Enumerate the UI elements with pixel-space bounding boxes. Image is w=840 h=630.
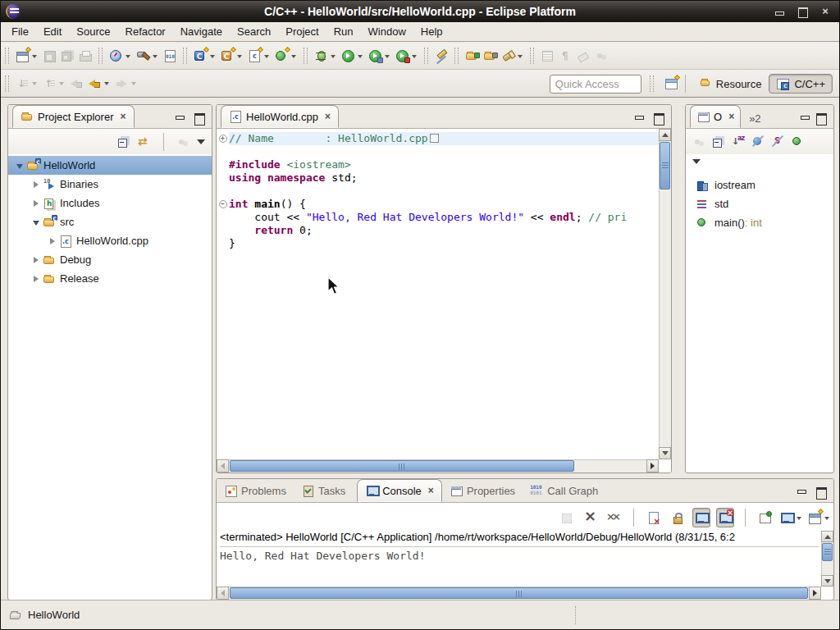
menu-item-search[interactable]: Search bbox=[230, 23, 278, 40]
sort-icon[interactable] bbox=[732, 135, 745, 148]
menu-item-file[interactable]: File bbox=[4, 23, 36, 40]
close-icon[interactable]: × bbox=[728, 111, 734, 122]
remove-launch-button[interactable] bbox=[581, 508, 599, 527]
code-line-2[interactable] bbox=[229, 145, 659, 158]
hide-non-public-icon[interactable] bbox=[791, 135, 804, 148]
new-make-target-button[interactable] bbox=[272, 45, 299, 66]
view-menu-icon[interactable] bbox=[692, 159, 701, 168]
scroll-down-button[interactable] bbox=[659, 447, 671, 459]
tab-outline[interactable]: O × bbox=[690, 105, 741, 128]
hide-static-members-icon[interactable] bbox=[771, 135, 784, 148]
external-tools-button[interactable] bbox=[393, 45, 420, 66]
more-views-indicator[interactable]: »2 bbox=[749, 112, 760, 128]
expander-icon[interactable] bbox=[30, 276, 43, 282]
focus-icon[interactable] bbox=[692, 135, 705, 148]
maximize-view-button[interactable] bbox=[194, 113, 204, 123]
tree-item-includes[interactable]: Includes bbox=[8, 194, 212, 212]
binary-button[interactable] bbox=[161, 45, 179, 66]
quick-access-input[interactable] bbox=[550, 75, 641, 94]
collapse-all-icon[interactable] bbox=[712, 135, 725, 148]
run-button[interactable] bbox=[339, 45, 366, 66]
remove-all-launches-button[interactable] bbox=[605, 508, 623, 527]
show-stderr-button[interactable]: × bbox=[716, 508, 734, 527]
scroll-left-button[interactable] bbox=[217, 459, 229, 472]
menu-item-run[interactable]: Run bbox=[326, 23, 361, 40]
scroll-lock-button[interactable] bbox=[669, 508, 687, 527]
previous-annotation-button[interactable] bbox=[40, 73, 67, 94]
scroll-right-button[interactable] bbox=[809, 587, 821, 600]
tab-problems[interactable]: Problems bbox=[217, 479, 294, 502]
tree-item-debug[interactable]: Debug bbox=[8, 250, 212, 269]
maximize-view-button[interactable] bbox=[816, 113, 826, 123]
expander-icon[interactable] bbox=[46, 238, 59, 244]
menu-item-help[interactable]: Help bbox=[413, 23, 450, 40]
menu-item-navigate[interactable]: Navigate bbox=[173, 23, 230, 40]
code-line-9[interactable]: } bbox=[229, 237, 659, 250]
open-element-button[interactable] bbox=[463, 45, 481, 66]
folded-region-box[interactable] bbox=[430, 134, 439, 143]
expander-icon[interactable] bbox=[30, 200, 43, 207]
console-output[interactable]: Hello, Red Hat Developers World! bbox=[220, 546, 819, 587]
menu-item-source[interactable]: Source bbox=[69, 23, 117, 40]
console-vscroll-thumb[interactable] bbox=[822, 543, 833, 561]
new-source-file-button[interactable] bbox=[245, 45, 272, 66]
code-line-3[interactable]: #include <iostream> bbox=[229, 158, 659, 171]
print-button[interactable] bbox=[76, 45, 94, 66]
tree-item-release[interactable]: Release bbox=[8, 269, 212, 288]
view-menu-icon[interactable] bbox=[197, 139, 205, 148]
expander-icon[interactable] bbox=[13, 162, 26, 169]
scroll-up-button[interactable] bbox=[659, 129, 671, 141]
minimize-view-button[interactable] bbox=[175, 113, 185, 123]
expander-icon[interactable] bbox=[30, 219, 43, 226]
pin-console-button[interactable] bbox=[756, 508, 774, 527]
tab-console[interactable]: Console× bbox=[357, 479, 442, 502]
show-whitespace-button[interactable] bbox=[556, 45, 574, 66]
minimize-view-button[interactable] bbox=[800, 113, 810, 123]
code-area[interactable]: // Name : HelloWorld.cpp#include <iostre… bbox=[229, 129, 659, 459]
display-console-button[interactable] bbox=[780, 508, 802, 527]
code-line-1[interactable]: // Name : HelloWorld.cpp bbox=[229, 132, 659, 145]
tree-item-helloworld-cpp[interactable]: HelloWorld.cpp bbox=[8, 231, 212, 250]
new-wizard-button[interactable] bbox=[13, 45, 40, 66]
profile-button[interactable] bbox=[366, 45, 393, 66]
show-stdout-button[interactable] bbox=[692, 508, 710, 527]
editor-hscroll-thumb[interactable] bbox=[230, 460, 574, 472]
open-console-button[interactable] bbox=[808, 508, 830, 527]
close-icon[interactable]: × bbox=[325, 111, 331, 122]
tree-item-binaries[interactable]: Binaries bbox=[8, 175, 212, 194]
close-icon[interactable]: × bbox=[120, 111, 126, 122]
hide-fields-icon[interactable] bbox=[751, 135, 765, 148]
console-hscroll-thumb[interactable] bbox=[230, 587, 808, 599]
menu-item-project[interactable]: Project bbox=[278, 23, 326, 40]
code-line-4[interactable]: using namespace std; bbox=[229, 171, 659, 185]
maximize-view-button[interactable] bbox=[816, 487, 826, 497]
close-icon[interactable]: × bbox=[428, 485, 434, 496]
tree-item-src[interactable]: Csrc bbox=[8, 212, 212, 231]
toggle-occurrences-button[interactable] bbox=[592, 45, 610, 66]
tree-item-helloworld[interactable]: CHelloWorld bbox=[8, 156, 212, 175]
perspective-cpp-button[interactable]: C/C++ bbox=[769, 74, 833, 94]
link-with-editor-icon[interactable] bbox=[138, 135, 151, 148]
clear-console-button[interactable] bbox=[645, 508, 663, 527]
build-button[interactable] bbox=[134, 45, 161, 66]
debug-button[interactable] bbox=[312, 45, 339, 66]
scroll-right-button[interactable] bbox=[646, 459, 659, 472]
open-perspective-button[interactable] bbox=[662, 73, 680, 94]
focus-icon[interactable] bbox=[176, 135, 189, 148]
fold-collapsed-icon[interactable]: + bbox=[219, 135, 227, 143]
outline-item-iostream[interactable]: iostream bbox=[686, 176, 833, 194]
open-resource-button[interactable] bbox=[481, 45, 499, 66]
collapse-all-icon[interactable] bbox=[117, 135, 130, 148]
tab-tasks[interactable]: Tasks bbox=[294, 479, 353, 502]
save-all-button[interactable] bbox=[58, 45, 76, 66]
code-line-8[interactable]: return 0; bbox=[229, 224, 659, 237]
window-close-button[interactable]: × bbox=[819, 6, 831, 17]
maximize-view-button[interactable] bbox=[654, 113, 664, 123]
tab-helloworld-cpp[interactable]: HelloWorld.cpp × bbox=[221, 105, 339, 128]
window-maximize-button[interactable] bbox=[797, 6, 808, 17]
forward-button[interactable] bbox=[112, 73, 139, 94]
outline-item-main[interactable]: main() : int bbox=[686, 213, 833, 232]
mark-occurrences-button[interactable] bbox=[432, 45, 450, 66]
next-annotation-button[interactable] bbox=[13, 73, 40, 94]
code-line-6[interactable]: int main() { bbox=[229, 198, 659, 211]
